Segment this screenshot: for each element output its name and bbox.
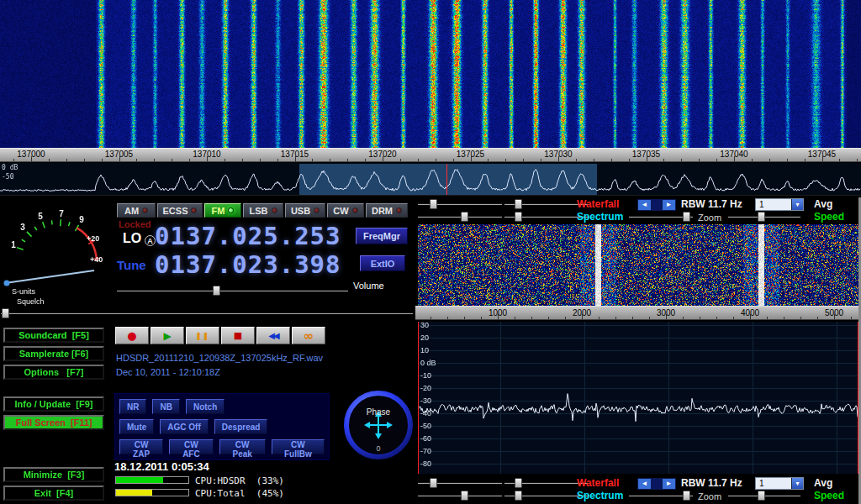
mode-button-cw[interactable]: CW <box>327 203 364 218</box>
mode-button-lsb[interactable]: LSB <box>243 203 283 218</box>
slider-thumb[interactable] <box>683 212 690 222</box>
slider-thumb[interactable] <box>515 212 522 222</box>
slider-groove <box>117 290 348 291</box>
rx-waterfall-display[interactable] <box>418 224 858 306</box>
cw-zap-button[interactable]: CW ZAP <box>119 439 163 454</box>
zoom-position-slider[interactable] <box>629 211 693 223</box>
dropdown-arrow-icon[interactable]: ▼ <box>791 478 803 489</box>
frequency-scale[interactable]: 1370001370051370101370151370201370251370… <box>0 148 861 162</box>
extio-button[interactable]: ExtIO <box>360 255 405 271</box>
waterfall-lower-slider[interactable] <box>504 198 589 210</box>
zoom-slider[interactable] <box>728 211 800 223</box>
slider-thumb[interactable] <box>461 212 468 222</box>
cw-fullbw-button[interactable]: CW FullBw <box>272 439 325 454</box>
lo-frequency-display[interactable]: 0137.025.253 <box>155 222 341 250</box>
loop-button[interactable]: ∞ <box>292 327 325 344</box>
slider-thumb[interactable] <box>430 478 437 488</box>
zoom-buttons[interactable]: ◄► <box>637 478 676 490</box>
zoom-slider[interactable] <box>728 490 800 501</box>
zoom-in-icon[interactable]: ► <box>663 479 675 489</box>
rewind-button[interactable]: ◀◀ <box>256 327 290 344</box>
waterfall-tab[interactable]: Waterfall <box>577 198 619 210</box>
info-update-button[interactable]: Info / Update [F9] <box>3 396 104 412</box>
slider-thumb[interactable] <box>758 212 765 222</box>
main-spectrum-canvas[interactable] <box>0 164 861 195</box>
phase-label: Phase <box>341 407 416 417</box>
nr-button[interactable]: NR <box>119 399 146 414</box>
record-button[interactable]: ● <box>115 327 149 344</box>
mode-label: DRM <box>372 206 393 216</box>
samplerate-button[interactable]: Samplerate [F6] <box>3 346 104 361</box>
zoom-in-icon[interactable]: ► <box>663 200 675 210</box>
zoom-position-slider[interactable] <box>629 490 693 501</box>
smeter-plus40-label: +40 <box>90 255 103 264</box>
hdsdr-window: 1370001370051370101370151370201370251370… <box>0 0 861 504</box>
spectrum-tab[interactable]: Spectrum <box>577 211 623 223</box>
loop-icon: ∞ <box>304 328 314 344</box>
mode-button-am[interactable]: AM <box>117 203 156 218</box>
minimize-button[interactable]: Minimize [F3] <box>3 467 104 482</box>
pause-button[interactable]: ❚❚ <box>186 327 219 344</box>
despread-button[interactable]: Despread <box>214 419 268 434</box>
freq-scale-minor-tick <box>681 159 682 161</box>
zoom-buttons[interactable]: ◄► <box>637 199 676 211</box>
smeter-tick-label: 1 <box>11 240 16 249</box>
cw-afc-button[interactable]: CW AFC <box>169 439 213 454</box>
mute-button[interactable]: Mute <box>119 419 154 434</box>
playback-controls: ● ▶ ❚❚ ■ ◀◀ ∞ <box>115 327 325 344</box>
hz-scale-minor-tick <box>464 317 465 319</box>
rx-spectrum-display[interactable] <box>418 322 858 474</box>
zoom-out-icon[interactable]: ◄ <box>638 479 651 489</box>
slider-thumb[interactable] <box>515 478 522 488</box>
dropdown-arrow-icon[interactable]: ▼ <box>791 199 803 210</box>
mode-button-ecss[interactable]: ECSS <box>157 203 203 218</box>
mode-button-usb[interactable]: USB <box>285 203 325 218</box>
volume-slider[interactable] <box>117 285 348 297</box>
freq-scale-minor-tick <box>769 159 770 161</box>
slider-thumb[interactable] <box>515 491 522 501</box>
slider-thumb[interactable] <box>430 199 437 209</box>
stop-button[interactable]: ■ <box>221 327 255 344</box>
hz-scale-minor-tick <box>548 317 549 319</box>
mode-led-icon <box>396 207 402 213</box>
spectrum-lower-slider[interactable] <box>504 490 589 501</box>
spectrum-upper-slider[interactable] <box>418 490 502 501</box>
slider-thumb[interactable] <box>461 491 468 501</box>
notch-button[interactable]: Notch <box>186 399 224 414</box>
avg-dropdown[interactable]: 1▼ <box>755 477 804 490</box>
waterfall-tab[interactable]: Waterfall <box>577 477 619 489</box>
exit-button[interactable]: Exit [F4] <box>3 486 104 501</box>
cw-peak-button[interactable]: CW Peak <box>219 439 266 454</box>
slider-thumb[interactable] <box>758 491 765 501</box>
spectrum-tab[interactable]: Spectrum <box>577 490 623 501</box>
avg-dropdown[interactable]: 1▼ <box>755 198 804 211</box>
soundcard-button[interactable]: Soundcard [F5] <box>3 328 104 343</box>
fullscreen-button[interactable]: Full Screen [F11] <box>3 415 104 430</box>
agc-off-button[interactable]: AGC Off <box>160 419 208 434</box>
hz-scale-minor-tick <box>733 317 734 319</box>
freqmgr-button[interactable]: FreqMgr <box>356 228 408 244</box>
slider-thumb[interactable] <box>515 199 522 209</box>
play-button[interactable]: ▶ <box>151 327 184 344</box>
mode-button-drm[interactable]: DRM <box>366 203 408 218</box>
zoom-out-icon[interactable]: ◄ <box>638 200 651 210</box>
spectrum-lower-slider[interactable] <box>504 211 589 223</box>
waterfall-upper-slider[interactable] <box>418 477 502 489</box>
zoom-divider <box>651 479 663 489</box>
options-button[interactable]: Options [F7] <box>3 365 104 380</box>
freq-scale-minor-tick <box>242 159 243 161</box>
slider-thumb[interactable] <box>2 308 9 318</box>
slider-thumb[interactable] <box>683 491 690 501</box>
hz-scale-minor-tick <box>481 317 482 319</box>
tune-frequency-display[interactable]: 0137.023.398 <box>155 250 341 279</box>
nb-button[interactable]: NB <box>152 399 179 414</box>
audio-frequency-scale[interactable]: 10002000300040005000 <box>415 306 861 320</box>
squelch-slider[interactable] <box>1 307 413 319</box>
waterfall-upper-slider[interactable] <box>418 198 502 210</box>
main-spectrum-display[interactable]: 0 dB -50 <box>0 163 861 196</box>
spectrum-upper-slider[interactable] <box>418 211 502 223</box>
slider-thumb[interactable] <box>213 286 220 296</box>
mode-button-fm[interactable]: FM <box>204 203 241 218</box>
waterfall-lower-slider[interactable] <box>504 477 589 489</box>
main-waterfall-display[interactable] <box>0 0 861 148</box>
